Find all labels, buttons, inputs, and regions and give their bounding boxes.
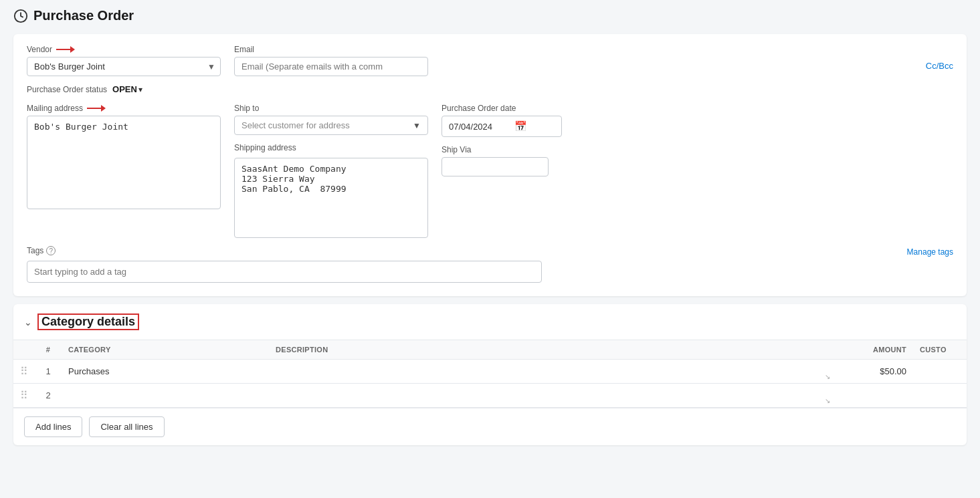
po-date-wrapper[interactable]: 📅	[442, 116, 562, 137]
vendor-group: Vendor Bob's Burger Joint ▼	[27, 45, 221, 76]
page-title: Purchase Order	[13, 8, 967, 23]
row-num: 2	[35, 384, 62, 408]
ship-to-select[interactable]: Select customer for address ▼	[234, 116, 428, 135]
manage-tags-link[interactable]: Manage tags	[907, 247, 953, 257]
table-row: ⠿ 2 ↘	[13, 384, 967, 408]
status-row: Purchase Order status OPEN ▾	[27, 84, 953, 94]
col-description: DESCRIPTION	[269, 340, 833, 360]
clear-all-lines-button[interactable]: Clear all lines	[89, 416, 164, 437]
col-amount: AMOUNT	[833, 340, 913, 360]
table-container: # CATEGORY DESCRIPTION AMOUNT CUSTO ⠿ 1 …	[13, 340, 967, 408]
category-table: # CATEGORY DESCRIPTION AMOUNT CUSTO ⠿ 1 …	[13, 340, 967, 408]
table-header: # CATEGORY DESCRIPTION AMOUNT CUSTO	[13, 340, 967, 360]
tags-row: Tags ? Manage tags	[27, 246, 953, 258]
mailing-group: Mailing address	[27, 104, 221, 209]
vendor-select[interactable]: Bob's Burger Joint	[27, 57, 221, 76]
tags-label: Tags ?	[27, 246, 56, 255]
ship-via-input[interactable]	[442, 157, 549, 176]
vendor-label: Vendor	[27, 45, 221, 54]
ship-via-group: Ship Via	[442, 145, 562, 176]
table-body: ⠿ 1 Purchases ↘ $50.00 ⠿ 2	[13, 360, 967, 408]
ship-via-label: Ship Via	[442, 145, 562, 154]
po-status-label: Purchase Order status	[27, 85, 107, 94]
shipping-address-input[interactable]: SaasAnt Demo Company 123 Sierra Way San …	[234, 158, 428, 238]
ship-to-label: Ship to	[234, 104, 428, 113]
email-group: Email	[234, 45, 912, 76]
row-custom	[913, 360, 967, 384]
row-amount	[833, 384, 913, 408]
col-num: #	[35, 340, 62, 360]
vendor-email-row: Vendor Bob's Burger Joint ▼ Email Cc/Bcc	[27, 45, 953, 76]
vendor-select-wrapper[interactable]: Bob's Burger Joint ▼	[27, 57, 221, 76]
mailing-arrow-icon	[87, 104, 106, 112]
row-amount: $50.00	[833, 360, 913, 384]
row-custom	[913, 384, 967, 408]
col-custom: CUSTO	[913, 340, 967, 360]
vendor-arrow-icon	[56, 45, 75, 53]
row-description[interactable]: ↘	[269, 360, 833, 384]
calendar-icon[interactable]: 📅	[514, 120, 527, 132]
po-date-input[interactable]	[449, 122, 509, 132]
ship-to-placeholder: Select customer for address	[241, 120, 407, 130]
tags-help-icon[interactable]: ?	[46, 246, 56, 255]
table-footer: Add lines Clear all lines	[13, 408, 967, 445]
add-lines-button[interactable]: Add lines	[24, 416, 82, 437]
tags-input[interactable]	[27, 261, 542, 283]
drag-handle[interactable]: ⠿	[13, 384, 35, 408]
po-status-value: OPEN	[112, 84, 137, 94]
shipping-address-label: Shipping address	[234, 143, 428, 152]
row-category[interactable]: Purchases	[62, 360, 269, 384]
right-col: Purchase Order date 📅 Ship Via	[442, 104, 562, 176]
resize-handle-icon: ↘	[825, 373, 830, 380]
col-drag	[13, 340, 35, 360]
status-chevron-icon: ▾	[138, 85, 142, 94]
resize-handle-icon: ↘	[825, 397, 830, 404]
drag-handle[interactable]: ⠿	[13, 360, 35, 384]
mailing-address-input[interactable]	[27, 116, 221, 209]
po-date-group: Purchase Order date 📅	[442, 104, 562, 137]
address-row: Mailing address Ship to Select customer …	[27, 104, 953, 238]
category-section: ⌄ Category details # CATEGORY DESCRIPTIO…	[13, 304, 967, 445]
col-category: CATEGORY	[62, 340, 269, 360]
ship-to-chevron-icon: ▼	[413, 121, 421, 130]
form-section: Vendor Bob's Burger Joint ▼ Email Cc/Bcc	[13, 34, 967, 296]
page-container: Purchase Order Vendor Bob's Burger Joint…	[0, 0, 980, 498]
row-num: 1	[35, 360, 62, 384]
po-date-label: Purchase Order date	[442, 104, 562, 113]
tags-section: Tags ? Manage tags	[27, 246, 953, 283]
category-title: Category details	[37, 314, 139, 330]
mailing-label: Mailing address	[27, 104, 221, 113]
ship-to-group: Ship to Select customer for address ▼ Sh…	[234, 104, 428, 238]
po-status-dropdown[interactable]: OPEN ▾	[112, 84, 142, 94]
table-row: ⠿ 1 Purchases ↘ $50.00	[13, 360, 967, 384]
row-description[interactable]: ↘	[269, 384, 833, 408]
cc-bcc-link[interactable]: Cc/Bcc	[926, 61, 953, 76]
email-input[interactable]	[234, 57, 428, 76]
row-category[interactable]	[62, 384, 269, 408]
collapse-button[interactable]: ⌄	[24, 317, 32, 328]
email-label: Email	[234, 45, 912, 54]
clock-icon	[13, 9, 28, 23]
category-header: ⌄ Category details	[13, 304, 967, 340]
